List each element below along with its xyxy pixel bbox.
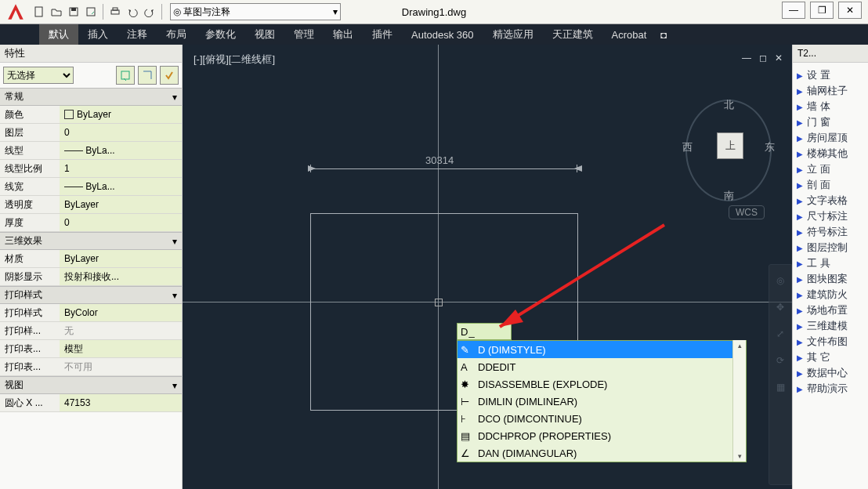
viewcube-north[interactable]: 北 <box>724 98 734 112</box>
prop-section-threeD[interactable]: 三维效果▾ <box>0 232 182 250</box>
zoom-extents-icon[interactable]: ⤢ <box>772 326 788 342</box>
ribbon-minimize-button[interactable]: ◘ <box>656 24 671 45</box>
window-minimize-button[interactable]: — <box>782 2 805 19</box>
viewcube[interactable]: 北 南 西 东 上 <box>685 100 772 201</box>
prop-value[interactable]: —— ByLa... <box>60 178 182 196</box>
dimension-line[interactable] <box>310 168 577 169</box>
prop-value[interactable]: 47153 <box>60 394 182 412</box>
command-suggestion[interactable]: ∠DAN (DIMANGULAR) <box>458 444 746 462</box>
saveas-icon[interactable] <box>83 4 99 20</box>
palette-item[interactable]: ▶房间屋顶 <box>794 130 866 146</box>
viewport-close-icon[interactable]: ✕ <box>775 53 783 63</box>
window-close-button[interactable]: ✕ <box>838 2 862 19</box>
scroll-down-icon[interactable]: ▾ <box>733 451 746 462</box>
viewport-label[interactable]: [-][俯视][二维线框] <box>193 53 275 67</box>
viewcube-top[interactable]: 上 <box>717 132 743 159</box>
autocad-logo[interactable] <box>0 0 31 24</box>
plot-icon[interactable] <box>107 4 123 20</box>
scroll-up-icon[interactable]: ▴ <box>733 340 746 351</box>
prop-value[interactable]: ByLayer <box>60 250 182 268</box>
command-suggestion[interactable]: ✎D (DIMSTYLE) <box>458 341 746 358</box>
prop-value[interactable]: 模型 <box>60 340 182 358</box>
save-icon[interactable] <box>66 4 81 20</box>
ribbon-tab-11[interactable]: 天正建筑 <box>543 24 602 45</box>
ribbon-tab-5[interactable]: 视图 <box>245 24 284 45</box>
window-maximize-button[interactable]: ❐ <box>810 2 834 19</box>
palette-item[interactable]: ▶图块图案 <box>794 271 866 287</box>
palette-item[interactable]: ▶楼梯其他 <box>794 146 866 161</box>
ribbon-tab-2[interactable]: 注释 <box>118 24 157 45</box>
palette-item[interactable]: ▶墙 体 <box>794 99 866 114</box>
prop-value[interactable]: ByLayer <box>60 196 182 214</box>
ribbon-tab-1[interactable]: 插入 <box>78 24 118 45</box>
prop-section-view[interactable]: 视图▾ <box>0 376 182 394</box>
palette-item[interactable]: ▶三维建模 <box>794 318 866 334</box>
palette-item[interactable]: ▶文件布图 <box>794 334 866 350</box>
prop-value[interactable]: 1 <box>60 160 182 178</box>
ribbon-tab-12[interactable]: Acrobat <box>602 24 656 45</box>
workspace-label: 草图与注释 <box>183 5 230 19</box>
prop-section-general[interactable]: 常规▾ <box>0 88 182 106</box>
command-input[interactable]: D_ <box>457 323 512 340</box>
ribbon-tab-7[interactable]: 输出 <box>324 24 363 45</box>
palette-item[interactable]: ▶帮助演示 <box>794 381 866 397</box>
palette-item[interactable]: ▶图层控制 <box>794 240 866 255</box>
palette-item[interactable]: ▶符号标注 <box>794 224 866 240</box>
prop-key: 打印样式 <box>0 304 60 322</box>
prop-section-plot[interactable]: 打印样式▾ <box>0 286 182 304</box>
prop-value[interactable]: 0 <box>60 214 182 232</box>
orbit-icon[interactable]: ⟳ <box>772 353 788 368</box>
command-suggestion[interactable]: ▤DDCHPROP (PROPERTIES) <box>458 427 746 444</box>
prop-value[interactable]: ByLayer <box>60 106 182 124</box>
wcs-label[interactable]: WCS <box>729 205 765 219</box>
showmotion-icon[interactable]: ▦ <box>772 379 788 395</box>
command-suggestion[interactable]: ⊦DCO (DIMCONTINUE) <box>458 410 746 427</box>
suggestion-scrollbar[interactable]: ▴ ▾ <box>732 340 746 462</box>
palette-item[interactable]: ▶数据中心 <box>794 365 866 381</box>
workspace-dropdown[interactable]: ◎草图与注释 ▾ <box>170 3 341 20</box>
open-icon[interactable] <box>49 4 64 20</box>
select-objects-icon[interactable] <box>138 66 157 85</box>
ribbon-tab-6[interactable]: 管理 <box>284 24 324 45</box>
palette-item[interactable]: ▶尺寸标注 <box>794 208 866 224</box>
ribbon-tab-0[interactable]: 默认 <box>39 24 78 45</box>
dimension-text[interactable]: 30314 <box>425 154 454 166</box>
redo-icon[interactable] <box>142 4 157 20</box>
viewport-maximize-icon[interactable]: ◻ <box>759 53 767 63</box>
viewcube-west[interactable]: 西 <box>682 140 693 154</box>
new-icon[interactable] <box>31 4 47 20</box>
prop-value[interactable]: 0 <box>60 124 182 142</box>
selection-dropdown[interactable]: 无选择 <box>3 67 74 84</box>
palette-item[interactable]: ▶场地布置 <box>794 302 866 318</box>
prop-value[interactable]: —— ByLa... <box>60 142 182 160</box>
pan-icon[interactable]: ✥ <box>772 299 788 315</box>
steering-wheel-icon[interactable]: ◎ <box>772 273 788 288</box>
quick-select-icon[interactable] <box>116 66 135 85</box>
ribbon-tab-10[interactable]: 精选应用 <box>483 24 543 45</box>
palette-item[interactable]: ▶文字表格 <box>794 193 866 208</box>
palette-item[interactable]: ▶轴网柱子 <box>794 83 866 99</box>
palette-item[interactable]: ▶立 面 <box>794 161 866 177</box>
palette-item[interactable]: ▶建筑防火 <box>794 287 866 302</box>
prop-value[interactable]: 投射和接收... <box>60 268 182 286</box>
palette-item[interactable]: ▶设 置 <box>794 67 866 83</box>
command-suggestion[interactable]: ADDEDIT <box>458 358 746 375</box>
ribbon-tab-3[interactable]: 布局 <box>157 24 196 45</box>
palette-item-label: 三维建模 <box>807 319 848 333</box>
prop-value[interactable]: ByColor <box>60 304 182 322</box>
palette-item[interactable]: ▶其 它 <box>794 350 866 365</box>
ribbon-tab-8[interactable]: 插件 <box>363 24 402 45</box>
palette-item[interactable]: ▶门 窗 <box>794 114 866 130</box>
command-suggestion[interactable]: ✸DISASSEMBLE (EXPLODE) <box>458 375 746 393</box>
drawing-area[interactable]: [-][俯视][二维线框] — ◻ ✕ 30314 D_ ✎D (DIMSTYL… <box>183 45 792 489</box>
viewport-minimize-icon[interactable]: — <box>742 53 751 63</box>
palette-item[interactable]: ▶工 具 <box>794 255 866 271</box>
ribbon-tab-9[interactable]: Autodesk 360 <box>402 24 483 45</box>
undo-icon[interactable] <box>125 4 140 20</box>
toggle-pickadd-icon[interactable] <box>160 66 179 85</box>
palette-item[interactable]: ▶剖 面 <box>794 177 866 193</box>
ribbon-tab-4[interactable]: 参数化 <box>196 24 245 45</box>
viewcube-south[interactable]: 南 <box>724 189 734 203</box>
command-suggestion[interactable]: ⊢DIMLIN (DIMLINEAR) <box>458 393 746 410</box>
viewcube-east[interactable]: 东 <box>765 140 775 154</box>
